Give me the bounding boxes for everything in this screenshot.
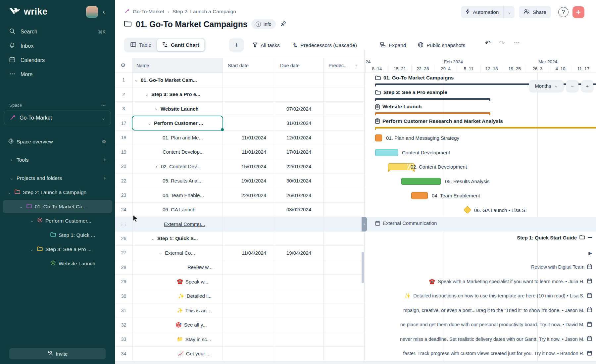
add-icon[interactable]: + — [103, 157, 106, 163]
task-name-cell[interactable]: 06. GA Launch — [132, 203, 223, 217]
space-selector[interactable]: Go-To-Market ⌄ — [4, 111, 111, 125]
sidebar-item-website-launch[interactable]: Website Launch — [0, 256, 115, 271]
task-name-cell[interactable]: External Commu... — [132, 217, 223, 231]
start-date-cell[interactable] — [223, 275, 275, 289]
start-date-cell[interactable] — [223, 73, 275, 87]
table-row[interactable]: ⋮⋮External Commu... — [115, 217, 364, 232]
chevron-right-icon[interactable]: › — [154, 164, 159, 169]
due-date-cell[interactable]: 19/04/2024 — [275, 246, 323, 260]
gantt-task-bar[interactable] — [411, 192, 428, 199]
start-date-cell[interactable]: 22/01/2024 — [223, 188, 275, 202]
task-name-cell[interactable]: Review w... — [132, 260, 223, 275]
add-icon[interactable]: + — [103, 175, 106, 181]
start-date-cell[interactable]: 11/04/2024 — [223, 246, 275, 260]
breadcrumb-space[interactable]: Go-To-Market — [133, 9, 164, 15]
task-name-cell[interactable]: 🎯See all y... — [132, 318, 223, 332]
sidebar-item-step-1-quick[interactable]: Step 1: Quick ... — [0, 228, 115, 242]
gantt-summary-bar[interactable] — [375, 98, 490, 101]
invite-button[interactable]: Invite — [9, 348, 106, 359]
due-date-cell[interactable] — [275, 87, 323, 102]
table-row[interactable]: 2406. GA Launch08/02/2024 — [115, 203, 364, 217]
due-date-cell[interactable]: 08/02/2024 — [275, 203, 323, 217]
task-name-cell[interactable]: ⌄Step 3: See a Pro e... — [132, 87, 223, 102]
gear-icon[interactable]: ⚙ — [102, 138, 106, 145]
panel-splitter[interactable]: ‹ — [362, 217, 367, 232]
table-row[interactable]: 1801. Plan and Me...11/01/202412/01/2024 — [115, 130, 364, 145]
start-date-cell[interactable] — [223, 303, 275, 318]
chevron-down-icon[interactable]: ⌄ — [158, 250, 163, 255]
task-name-cell[interactable]: ✨This is an ... — [132, 303, 223, 318]
chevron-right-icon[interactable]: › — [154, 106, 158, 111]
redo-button[interactable]: ↷ — [499, 39, 505, 47]
task-name-cell[interactable]: 04. Team Enable... — [132, 188, 223, 202]
column-header-start[interactable]: Start date — [228, 58, 249, 73]
sidebar-item-inbox[interactable]: Inbox — [0, 39, 115, 53]
due-date-cell[interactable] — [275, 73, 323, 87]
horizontal-scrollbar[interactable] — [115, 361, 596, 364]
wrike-logo[interactable]: wrike — [9, 7, 48, 17]
zoom-out-button[interactable]: − — [566, 80, 578, 92]
chevron-down-icon[interactable]: ⌄ — [147, 121, 152, 126]
tab-table[interactable]: Table — [125, 39, 157, 51]
gantt-summary-bar[interactable] — [375, 112, 490, 115]
public-snapshots-button[interactable]: Public snapshots — [418, 41, 465, 50]
table-row[interactable]: 33📁Stay in sc... — [115, 332, 364, 347]
share-button[interactable]: Share — [519, 6, 551, 18]
task-name-cell[interactable]: 📁Stay in sc... — [132, 332, 223, 346]
table-row[interactable]: 20›02. Content Dev...15/01/202422/01/202… — [115, 159, 364, 174]
task-name-cell[interactable]: 05. Results Anal... — [132, 174, 223, 188]
due-date-cell[interactable]: 31/01/2024 — [275, 116, 323, 130]
create-button[interactable]: + — [572, 6, 584, 18]
task-name-cell[interactable]: ⌄Step 1: Quick S... — [132, 232, 223, 246]
avatar[interactable] — [86, 6, 98, 18]
table-row[interactable]: 2⌄Step 3: See a Pro e... — [115, 87, 364, 102]
table-row[interactable]: 3›Website Launch07/02/2024 — [115, 102, 364, 116]
table-row[interactable]: 34📈Get your ... — [115, 347, 364, 361]
task-name-cell[interactable]: 📈Get your ... — [132, 347, 223, 361]
start-date-cell[interactable] — [223, 87, 275, 102]
add-view-button[interactable]: + — [229, 38, 244, 52]
table-row[interactable]: 28Review w... — [115, 260, 364, 275]
automation-button[interactable]: Automation — [461, 6, 503, 18]
table-row[interactable]: 27⌄External Co...11/04/202419/04/2024 — [115, 246, 364, 260]
undo-button[interactable]: ↶ — [485, 39, 491, 47]
start-date-cell[interactable] — [223, 116, 275, 130]
help-button[interactable]: ? — [558, 7, 569, 17]
table-row[interactable]: 17⌄Perform Customer ...31/01/2024 — [115, 116, 364, 131]
breadcrumb-project[interactable]: Step 2: Launch a Campaign — [173, 9, 236, 15]
start-date-cell[interactable] — [223, 332, 275, 346]
due-date-cell[interactable] — [275, 217, 323, 231]
tab-gantt-chart[interactable]: Gantt Chart — [157, 39, 205, 51]
due-date-cell[interactable]: 12/01/2024 — [275, 130, 323, 145]
start-date-cell[interactable] — [223, 203, 275, 217]
zoom-in-button[interactable]: + — [581, 80, 593, 92]
table-row[interactable]: 2205. Results Anal...19/01/202430/01/202… — [115, 174, 364, 188]
chevron-down-icon[interactable]: ⌄ — [145, 92, 149, 97]
column-header-predecessors[interactable]: Predec... — [328, 58, 348, 73]
more-options-button[interactable]: ⋯ — [514, 39, 520, 46]
table-row[interactable]: 32🎯See all y... — [115, 318, 364, 333]
table-scrollbar[interactable] — [362, 252, 364, 283]
space-menu-icon[interactable]: ⋯ — [101, 103, 106, 108]
chevron-down-icon[interactable]: ⌄ — [151, 236, 155, 241]
task-name-cell[interactable]: ☎️Speak wi... — [132, 275, 223, 289]
gantt-summary-bar[interactable] — [375, 127, 596, 130]
sidebar-item-step-2-launch-a-campaign[interactable]: ⌄Step 2: Launch a Campaign — [0, 185, 115, 199]
task-name-cell[interactable]: ✨Detailed i... — [132, 289, 223, 303]
start-date-cell[interactable] — [223, 232, 275, 246]
sidebar-item-more[interactable]: More — [0, 67, 115, 81]
sidebar-collapse-icon[interactable]: ‹ — [103, 8, 105, 16]
filter-button[interactable]: All tasks — [253, 41, 280, 50]
start-date-cell[interactable]: 15/01/2024 — [223, 159, 275, 174]
sidebar-item-calendars[interactable]: Calendars — [0, 53, 115, 67]
sidebar-item-search[interactable]: Search⌘K — [0, 25, 115, 39]
expand-button[interactable]: Expand — [380, 41, 406, 50]
due-date-cell[interactable] — [275, 303, 323, 318]
drag-handle-icon[interactable]: ⋮⋮ — [115, 217, 132, 231]
due-date-cell[interactable]: 26/01/2024 — [275, 188, 323, 202]
task-name-cell[interactable]: ›02. Content Dev... — [132, 159, 223, 174]
sidebar-item-perform-customer[interactable]: ⌄Perform Customer... — [0, 214, 115, 228]
gantt-task-bar[interactable] — [401, 178, 441, 185]
sidebar-item-space-overview[interactable]: Space overview⚙ — [0, 134, 115, 149]
start-date-cell[interactable] — [223, 289, 275, 303]
